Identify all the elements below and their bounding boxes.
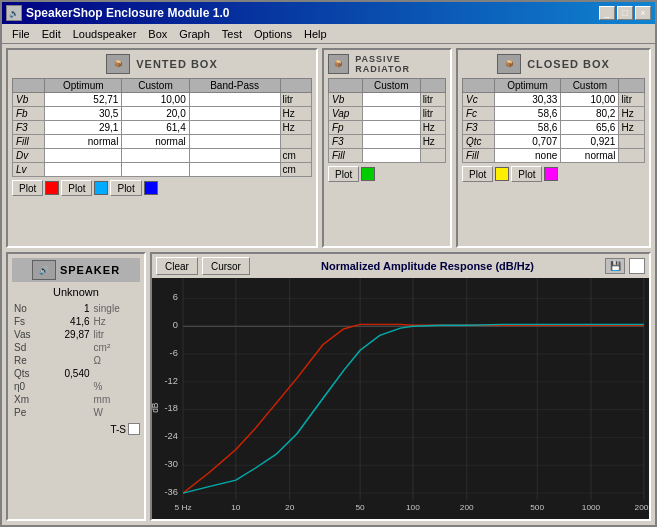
cb-optimum-vc: 30,33 bbox=[494, 93, 561, 107]
svg-text:50: 50 bbox=[356, 503, 366, 511]
title-bar-left: 🔊 SpeakerShop Enclosure Module 1.0 bbox=[6, 5, 229, 21]
vented-box-plot-row: Plot Plot Plot bbox=[12, 180, 312, 196]
sp-value-vas: 29,87 bbox=[45, 328, 92, 341]
table-row: η0 % bbox=[12, 380, 140, 393]
svg-text:1000: 1000 bbox=[582, 503, 601, 511]
pr-label-fill: Fill bbox=[329, 149, 363, 163]
close-button[interactable]: × bbox=[635, 6, 651, 20]
ts-row: T-S bbox=[12, 423, 140, 435]
cb-label-vc: Vc bbox=[463, 93, 495, 107]
ts-checkbox[interactable] bbox=[128, 423, 140, 435]
vb-optimum-fill: normal bbox=[45, 135, 122, 149]
vented-box-title: VENTED BOX bbox=[136, 58, 218, 70]
svg-text:200: 200 bbox=[460, 503, 474, 511]
sp-unit-qts bbox=[92, 367, 140, 380]
pr-label-fp: Fp bbox=[329, 121, 363, 135]
pr-unit-vb: litr bbox=[420, 93, 445, 107]
vb-label-dv: Dv bbox=[13, 149, 45, 163]
vb-plot-button-3[interactable]: Plot bbox=[110, 180, 141, 196]
vb-unit-fb: Hz bbox=[280, 107, 311, 121]
vb-custom-fill: normal bbox=[122, 135, 189, 149]
maximize-button[interactable]: □ bbox=[617, 6, 633, 20]
sp-label-pe: Pe bbox=[12, 406, 45, 419]
table-row: Re Ω bbox=[12, 354, 140, 367]
pr-custom-vap bbox=[362, 107, 420, 121]
pr-plot-indicator-1 bbox=[361, 167, 375, 181]
vb-col-unit bbox=[280, 79, 311, 93]
vb-col-bandpass: Band-Pass bbox=[189, 79, 280, 93]
pr-unit-vap: litr bbox=[420, 107, 445, 121]
closed-box-header: 📦 CLOSED BOX bbox=[462, 54, 645, 74]
vb-plot-indicator-1 bbox=[45, 181, 59, 195]
speaker-icon: 🔊 bbox=[32, 260, 56, 280]
sp-label-sd: Sd bbox=[12, 341, 45, 354]
table-row: Fb 30,5 20,0 Hz bbox=[13, 107, 312, 121]
vb-bandpass-f3 bbox=[189, 121, 280, 135]
vb-custom-lv bbox=[122, 163, 189, 177]
graph-color-icon bbox=[629, 258, 645, 274]
table-row: F3 58,6 65,6 Hz bbox=[463, 121, 645, 135]
cb-custom-fc: 80,2 bbox=[561, 107, 619, 121]
table-row: Vap litr bbox=[329, 107, 446, 121]
vb-label-vb: Vb bbox=[13, 93, 45, 107]
svg-text:10: 10 bbox=[231, 503, 241, 511]
menu-test[interactable]: Test bbox=[216, 27, 248, 41]
sp-unit-sd: cm² bbox=[92, 341, 140, 354]
cb-plot-indicator-1 bbox=[495, 167, 509, 181]
vb-plot-button-2[interactable]: Plot bbox=[61, 180, 92, 196]
cb-col-optimum: Optimum bbox=[494, 79, 561, 93]
cb-plot-button-2[interactable]: Plot bbox=[511, 166, 542, 182]
menu-options[interactable]: Options bbox=[248, 27, 298, 41]
cb-unit-vc: litr bbox=[619, 93, 645, 107]
sp-label-eta0: η0 bbox=[12, 380, 45, 393]
menubar: File Edit Loudspeaker Box Graph Test Opt… bbox=[2, 24, 655, 44]
clear-button[interactable]: Clear bbox=[156, 257, 198, 275]
passive-radiator-table: Custom Vb litr Vap litr bbox=[328, 78, 446, 163]
vb-unit-dv: cm bbox=[280, 149, 311, 163]
vb-optimum-vb: 52,71 bbox=[45, 93, 122, 107]
menu-box[interactable]: Box bbox=[142, 27, 173, 41]
cb-plot-button-1[interactable]: Plot bbox=[462, 166, 493, 182]
vented-box-table: Optimum Custom Band-Pass Vb 52,71 10,00 bbox=[12, 78, 312, 177]
cb-unit-f3: Hz bbox=[619, 121, 645, 135]
vented-box-icon: 📦 bbox=[106, 54, 130, 74]
menu-loudspeaker[interactable]: Loudspeaker bbox=[67, 27, 143, 41]
menu-edit[interactable]: Edit bbox=[36, 27, 67, 41]
vb-custom-vb: 10,00 bbox=[122, 93, 189, 107]
svg-text:-36: -36 bbox=[164, 487, 178, 496]
menu-file[interactable]: File bbox=[6, 27, 36, 41]
sp-unit-eta0: % bbox=[92, 380, 140, 393]
top-panels: 📦 VENTED BOX Optimum Custom Band-Pass bbox=[6, 48, 651, 248]
table-row: Fc 58,6 80,2 Hz bbox=[463, 107, 645, 121]
speaker-title: SPEAKER bbox=[60, 264, 120, 276]
passive-radiator-panel: 📦 PASSIVE RADIATOR Custom Vb bbox=[322, 48, 452, 248]
ts-label: T-S bbox=[110, 424, 126, 435]
menu-help[interactable]: Help bbox=[298, 27, 333, 41]
sp-value-qts: 0,540 bbox=[45, 367, 92, 380]
svg-text:-18: -18 bbox=[164, 404, 178, 413]
speaker-panel: 🔊 SPEAKER Unknown No 1 single Fs 41,6 Hz bbox=[6, 252, 146, 521]
table-row: Fill none normal bbox=[463, 149, 645, 163]
cursor-button[interactable]: Cursor bbox=[202, 257, 250, 275]
table-row: F3 Hz bbox=[329, 135, 446, 149]
menu-graph[interactable]: Graph bbox=[173, 27, 216, 41]
minimize-button[interactable]: _ bbox=[599, 6, 615, 20]
vb-label-f3: F3 bbox=[13, 121, 45, 135]
sp-label-no: No bbox=[12, 302, 45, 315]
table-row: Vc 30,33 10,00 litr bbox=[463, 93, 645, 107]
svg-text:-30: -30 bbox=[164, 460, 178, 469]
svg-text:-6: -6 bbox=[170, 348, 178, 357]
speaker-header: 🔊 SPEAKER bbox=[12, 258, 140, 282]
vb-unit-vb: litr bbox=[280, 93, 311, 107]
vb-plot-button-1[interactable]: Plot bbox=[12, 180, 43, 196]
graph-export-icon[interactable]: 💾 bbox=[605, 258, 625, 274]
vb-custom-dv bbox=[122, 149, 189, 163]
vb-col-optimum: Optimum bbox=[45, 79, 122, 93]
passive-radiator-title: PASSIVE RADIATOR bbox=[355, 54, 446, 74]
sp-label-qts: Qts bbox=[12, 367, 45, 380]
sp-value-fs: 41,6 bbox=[45, 315, 92, 328]
table-row: Pe W bbox=[12, 406, 140, 419]
pr-plot-button-1[interactable]: Plot bbox=[328, 166, 359, 182]
pr-unit-fp: Hz bbox=[420, 121, 445, 135]
cb-optimum-fc: 58,6 bbox=[494, 107, 561, 121]
